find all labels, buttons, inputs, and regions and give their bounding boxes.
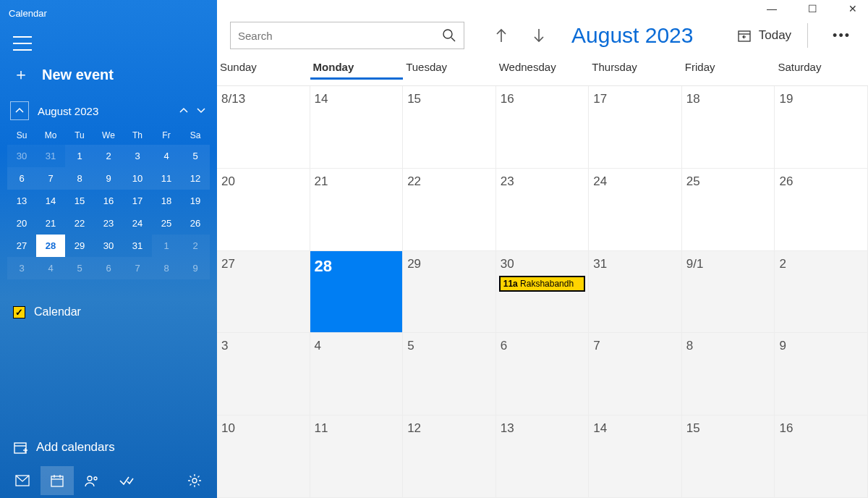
- calendar-cell[interactable]: 6: [496, 333, 590, 415]
- mini-collapse-button[interactable]: [10, 101, 29, 120]
- dow-header[interactable]: Thursday: [589, 56, 682, 80]
- calendar-cell[interactable]: 15: [403, 86, 496, 169]
- new-event-button[interactable]: ＋ New event: [0, 64, 217, 101]
- calendar-list-item[interactable]: ✓ Calendar: [0, 305, 217, 318]
- mini-day[interactable]: 14: [36, 190, 65, 212]
- calendar-cell[interactable]: 20: [217, 169, 310, 251]
- mini-day[interactable]: 30: [7, 145, 36, 167]
- calendar-cell[interactable]: 9: [775, 333, 868, 415]
- calendar-cell[interactable]: 21: [310, 169, 404, 251]
- mini-day[interactable]: 21: [36, 212, 65, 235]
- mini-day[interactable]: 1: [65, 145, 94, 167]
- calendar-cell[interactable]: 31: [589, 251, 682, 334]
- calendar-cell[interactable]: 4: [310, 333, 404, 415]
- calendar-cell[interactable]: 14: [589, 415, 682, 498]
- mini-day[interactable]: 30: [94, 235, 123, 257]
- calendar-cell[interactable]: 19: [775, 86, 868, 169]
- mini-day[interactable]: 22: [65, 212, 94, 235]
- mini-day[interactable]: 3: [123, 145, 152, 167]
- mini-day[interactable]: 1: [152, 235, 181, 257]
- calendar-cell[interactable]: 27: [217, 251, 310, 334]
- people-button[interactable]: [75, 466, 109, 495]
- mini-day[interactable]: 9: [94, 167, 123, 190]
- mini-day[interactable]: 27: [7, 235, 36, 257]
- mini-day[interactable]: 2: [94, 145, 123, 167]
- mini-day[interactable]: 18: [152, 190, 181, 212]
- calendar-checkbox[interactable]: ✓: [13, 306, 25, 318]
- calendar-cell[interactable]: 3: [217, 333, 310, 415]
- add-calendars-button[interactable]: Add calendars: [0, 429, 217, 455]
- mini-day[interactable]: 31: [123, 235, 152, 257]
- calendar-cell[interactable]: 8: [682, 333, 775, 415]
- search-input[interactable]: [238, 30, 442, 42]
- mini-day[interactable]: 7: [36, 167, 65, 190]
- calendar-cell[interactable]: 26: [775, 169, 868, 251]
- today-button[interactable]: Today: [737, 23, 808, 48]
- mini-day[interactable]: 16: [94, 190, 123, 212]
- mini-day[interactable]: 25: [152, 212, 181, 235]
- calendar-cell[interactable]: 14: [310, 86, 404, 169]
- dow-header[interactable]: Sunday: [217, 56, 310, 80]
- calendar-cell[interactable]: 5: [403, 333, 496, 415]
- dow-header[interactable]: Friday: [682, 56, 775, 80]
- mini-day[interactable]: 8: [65, 167, 94, 190]
- hamburger-button[interactable]: [13, 36, 32, 51]
- calendar-cell[interactable]: 11: [310, 415, 404, 498]
- dow-header[interactable]: Monday: [310, 56, 404, 80]
- calendar-cell[interactable]: 25: [682, 169, 775, 251]
- calendar-cell[interactable]: 7: [589, 333, 682, 415]
- mini-day[interactable]: 5: [65, 257, 94, 279]
- mini-day[interactable]: 20: [7, 212, 36, 235]
- mini-day[interactable]: 10: [123, 167, 152, 190]
- mini-prev-button[interactable]: [178, 105, 190, 117]
- mini-day[interactable]: 9: [181, 257, 210, 279]
- calendar-event[interactable]: 11a Rakshabandh: [499, 276, 586, 292]
- mail-button[interactable]: [6, 466, 39, 495]
- calendar-cell[interactable]: 16: [775, 415, 868, 498]
- mini-day[interactable]: 12: [181, 167, 210, 190]
- mini-day[interactable]: 19: [181, 190, 210, 212]
- mini-day[interactable]: 6: [7, 167, 36, 190]
- calendar-cell[interactable]: 17: [589, 86, 682, 169]
- mini-day[interactable]: 5: [181, 145, 210, 167]
- prev-month-button[interactable]: [492, 26, 511, 45]
- mini-day[interactable]: 3: [7, 257, 36, 279]
- mini-day[interactable]: 29: [65, 235, 94, 257]
- mini-day[interactable]: 28: [36, 235, 65, 257]
- mini-next-button[interactable]: [195, 105, 207, 117]
- todo-button[interactable]: [110, 466, 143, 495]
- mini-day[interactable]: 31: [36, 145, 65, 167]
- settings-button[interactable]: [178, 466, 211, 495]
- calendar-cell[interactable]: 3011a Rakshabandh: [496, 251, 590, 334]
- close-button[interactable]: ✕: [842, 3, 864, 14]
- mini-day[interactable]: 2: [181, 235, 210, 257]
- mini-day[interactable]: 17: [123, 190, 152, 212]
- mini-day[interactable]: 6: [94, 257, 123, 279]
- calendar-cell[interactable]: 29: [403, 251, 496, 334]
- minimize-button[interactable]: —: [761, 3, 783, 14]
- mini-day[interactable]: 7: [123, 257, 152, 279]
- maximize-button[interactable]: ☐: [801, 3, 823, 14]
- mini-day[interactable]: 4: [152, 145, 181, 167]
- calendar-cell[interactable]: 8/13: [217, 86, 310, 169]
- next-month-button[interactable]: [529, 26, 548, 45]
- calendar-cell[interactable]: 23: [496, 169, 590, 251]
- calendar-cell[interactable]: 24: [589, 169, 682, 251]
- calendar-cell[interactable]: 22: [403, 169, 496, 251]
- calendar-cell[interactable]: 13: [496, 415, 590, 498]
- calendar-cell[interactable]: 28: [310, 251, 404, 334]
- calendar-cell[interactable]: 18: [682, 86, 775, 169]
- calendar-cell[interactable]: 15: [682, 415, 775, 498]
- mini-day[interactable]: 13: [7, 190, 36, 212]
- dow-header[interactable]: Saturday: [775, 56, 868, 80]
- mini-day[interactable]: 15: [65, 190, 94, 212]
- calendar-cell[interactable]: 9/1: [682, 251, 775, 334]
- dow-header[interactable]: Wednesday: [496, 56, 590, 80]
- calendar-cell[interactable]: 12: [403, 415, 496, 498]
- mini-day[interactable]: 26: [181, 212, 210, 235]
- mini-day[interactable]: 24: [123, 212, 152, 235]
- calendar-tab-button[interactable]: [41, 466, 74, 495]
- more-button[interactable]: •••: [833, 28, 851, 43]
- calendar-cell[interactable]: 10: [217, 415, 310, 498]
- mini-day[interactable]: 8: [152, 257, 181, 279]
